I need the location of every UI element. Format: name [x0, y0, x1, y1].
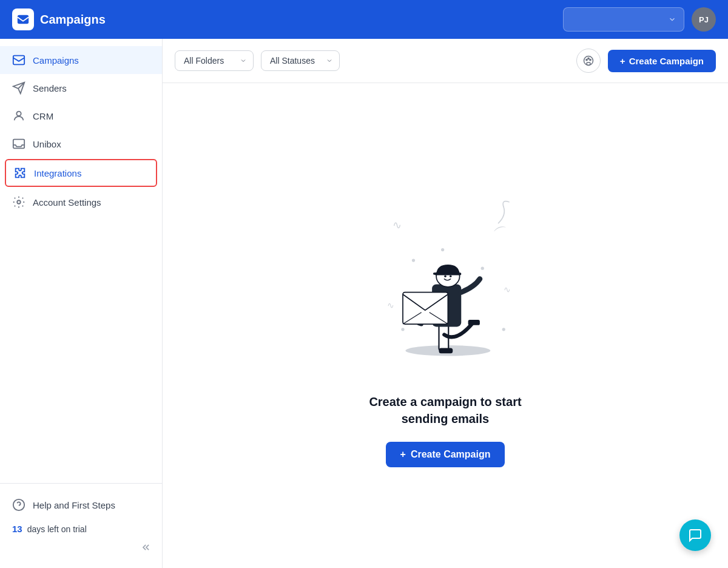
- svg-text:∿: ∿: [387, 300, 394, 309]
- svg-text:∿: ∿: [393, 218, 402, 231]
- svg-text:∿: ∿: [504, 284, 511, 294]
- topnav-right: PJ: [563, 7, 716, 32]
- create-campaign-button-toolbar[interactable]: + Create Campaign: [608, 50, 716, 72]
- sidebar-label-crm: CRM: [33, 111, 53, 121]
- svg-point-11: [588, 58, 589, 59]
- person-icon: [12, 109, 25, 123]
- svg-point-10: [586, 59, 587, 60]
- inbox-icon: [12, 137, 25, 150]
- plus-icon-toolbar: +: [620, 56, 625, 66]
- sidebar-item-integrations[interactable]: Integrations: [5, 159, 157, 187]
- send-icon: [12, 81, 25, 95]
- svg-point-19: [401, 328, 404, 331]
- svg-rect-25: [439, 348, 453, 353]
- sidebar-item-crm[interactable]: CRM: [0, 102, 162, 130]
- svg-point-6: [17, 200, 21, 204]
- svg-point-17: [412, 259, 415, 262]
- collapse-sidebar-button[interactable]: [0, 539, 162, 556]
- gear-icon: [12, 195, 25, 209]
- trial-row: 13 days left on trial: [0, 519, 162, 539]
- app-layout: Campaigns Senders CRM: [0, 0, 728, 568]
- color-palette-button[interactable]: [576, 49, 601, 73]
- empty-state: ∿ ⌒ ∿ ∿: [163, 83, 728, 568]
- color-palette-icon: [583, 55, 594, 66]
- sidebar-bottom: Help and First Steps 13 days left on tri…: [0, 483, 162, 561]
- app-logo: [12, 8, 34, 30]
- puzzle-icon: [13, 166, 27, 180]
- svg-rect-0: [18, 15, 29, 24]
- svg-rect-1: [13, 56, 24, 65]
- sidebar-item-unibox[interactable]: Unibox: [0, 130, 162, 158]
- topnav-left: Campaigns: [12, 8, 106, 30]
- svg-point-21: [441, 248, 444, 251]
- create-campaign-button-empty[interactable]: + Create Campaign: [386, 442, 505, 467]
- sidebar-label-unibox: Unibox: [33, 139, 61, 149]
- chevron-down-icon: [668, 15, 676, 24]
- sidebar-item-senders[interactable]: Senders: [0, 74, 162, 102]
- sidebar-item-help[interactable]: Help and First Steps: [0, 491, 162, 519]
- avatar[interactable]: PJ: [692, 7, 716, 32]
- sidebar-item-campaigns[interactable]: Campaigns: [0, 46, 162, 74]
- double-chevron-left-icon: [140, 541, 152, 553]
- sidebar-label-integrations: Integrations: [34, 168, 81, 178]
- sidebar-label-campaigns: Campaigns: [33, 55, 79, 66]
- help-circle-icon: [12, 498, 25, 512]
- create-campaign-label-toolbar: Create Campaign: [629, 56, 704, 66]
- empty-state-illustration: ∿ ⌒ ∿ ∿: [360, 184, 530, 379]
- svg-rect-27: [403, 292, 448, 324]
- sidebar-nav: Campaigns Senders CRM: [0, 46, 162, 483]
- plus-icon-empty: +: [400, 449, 406, 460]
- svg-point-12: [590, 59, 591, 60]
- svg-text:⌒: ⌒: [491, 223, 511, 243]
- svg-point-4: [16, 112, 21, 116]
- trial-days-label: days left on trial: [27, 524, 87, 534]
- toolbar: All Folders All Statuses + Create Campai…: [163, 39, 728, 83]
- help-label: Help and First Steps: [33, 500, 115, 510]
- top-navigation: Campaigns PJ: [0, 0, 728, 39]
- svg-point-34: [450, 275, 452, 277]
- svg-point-20: [502, 328, 505, 331]
- empty-state-title: Create a campaign to start sending email…: [369, 393, 521, 427]
- folders-filter[interactable]: All Folders: [175, 50, 254, 71]
- statuses-filter[interactable]: All Statuses: [261, 50, 340, 71]
- chat-icon: [688, 528, 703, 543]
- chat-fab-button[interactable]: [679, 519, 711, 551]
- app-title: Campaigns: [40, 13, 106, 27]
- create-campaign-label-empty: Create Campaign: [411, 449, 491, 460]
- trial-days-count: 13: [12, 524, 22, 534]
- svg-point-18: [481, 266, 484, 269]
- sidebar: Campaigns Senders CRM: [0, 39, 163, 568]
- workspace-selector[interactable]: [563, 7, 684, 32]
- email-icon: [12, 53, 25, 67]
- svg-point-33: [444, 275, 447, 277]
- sidebar-label-senders: Senders: [33, 83, 67, 93]
- sidebar-label-account-settings: Account Settings: [33, 197, 101, 208]
- svg-rect-24: [468, 320, 480, 325]
- svg-rect-32: [433, 272, 440, 275]
- main-content: All Folders All Statuses + Create Campai…: [163, 39, 728, 568]
- sidebar-item-account-settings[interactable]: Account Settings: [0, 188, 162, 216]
